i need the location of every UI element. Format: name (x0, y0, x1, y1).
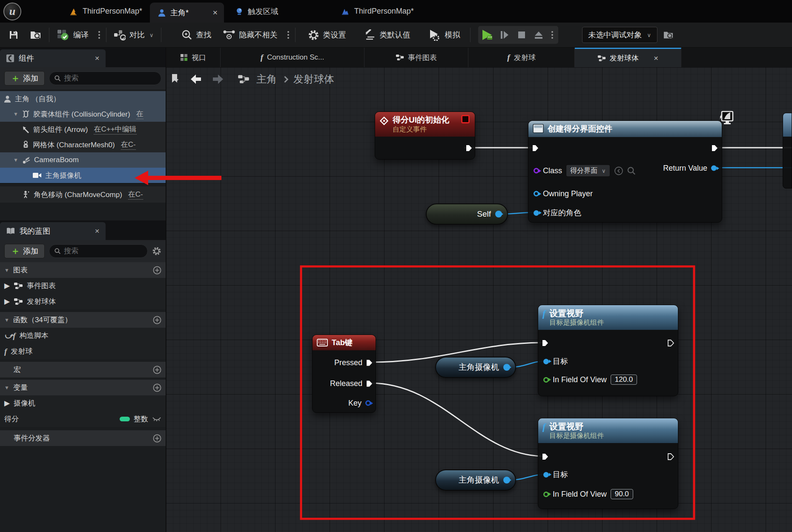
back-arrow-icon[interactable] (189, 74, 204, 85)
tab-construction-script[interactable]: f Construction Sc... (221, 48, 364, 67)
add-graph-icon[interactable] (153, 266, 161, 275)
tab-event-graph[interactable]: 事件图表 (364, 48, 468, 67)
add-function-icon[interactable] (153, 316, 161, 324)
browse-asset-button[interactable] (24, 23, 47, 47)
close-icon[interactable]: ✕ (95, 55, 100, 62)
use-selected-icon[interactable] (614, 166, 623, 175)
my-blueprint-add-button[interactable]: ＋ 添加 (4, 244, 45, 258)
key-pin-row[interactable]: Key (348, 399, 371, 408)
forward-arrow-icon[interactable] (210, 74, 225, 85)
play-options-kebab[interactable] (547, 31, 557, 39)
owner-character-pin[interactable] (534, 210, 539, 216)
dispatchers-section-header[interactable]: 事件分发器 (0, 430, 166, 446)
node-partially-offscreen[interactable] (783, 113, 792, 189)
find-button[interactable]: 查找 (176, 23, 217, 47)
collapse-arrow-icon[interactable]: ▼ (4, 385, 9, 391)
node-create-score-widget[interactable]: 创建得分界面控件 Class 得分界面 ∨ Return Value (528, 120, 722, 223)
compile-options-kebab[interactable] (94, 31, 104, 39)
exec-in-pin[interactable] (532, 145, 539, 152)
component-row-main-camera[interactable]: 主角摄像机 (0, 168, 166, 183)
exec-in-pin[interactable] (542, 453, 548, 460)
hide-unrelated-button[interactable]: 隐藏不相关 (217, 23, 283, 47)
frame-skip-button[interactable] (496, 27, 513, 43)
exec-out-pin[interactable] (712, 145, 718, 152)
owner-character-pin-row[interactable]: 对应的角色 (534, 208, 581, 218)
node-set-fov-120[interactable]: f 设置视野 目标是摄像机组件 目标 In Field Of View 120.… (538, 305, 678, 396)
variable-item-score[interactable]: 得分 整数 (0, 411, 166, 427)
settings-gear-icon[interactable] (152, 246, 161, 256)
component-row-mesh[interactable]: 网格体 (CharacterMesh0) 在C- (0, 137, 166, 152)
close-icon[interactable]: ✕ (95, 228, 100, 235)
key-pin[interactable] (365, 400, 371, 406)
expand-arrow-icon[interactable]: ▶ (4, 297, 10, 306)
tab-launch-ball[interactable]: f 发射球 (468, 48, 575, 67)
asset-tab-thirdpersonmap-1[interactable]: ThirdPersonMap* (61, 0, 150, 23)
expand-arrow-icon[interactable]: ▶ (4, 399, 10, 408)
variables-section-header[interactable]: ▼ 变量 (0, 380, 166, 395)
owning-player-pin[interactable] (534, 191, 539, 197)
asset-tab-trigger-zone[interactable]: 触发区域 (227, 0, 286, 23)
exec-out-pin[interactable] (668, 340, 674, 346)
pressed-pin-row[interactable]: Pressed (334, 358, 373, 367)
components-add-button[interactable]: ＋ 添加 (4, 71, 45, 86)
component-row-capsule[interactable]: ▼ 胶囊体组件 (CollisionCylinder) 在 (0, 106, 166, 122)
stop-button[interactable] (513, 27, 530, 43)
macros-section-header[interactable]: 宏 (0, 362, 166, 378)
asset-tab-thirdpersonmap-2[interactable]: ThirdPersonMap* (333, 0, 422, 23)
hide-unrelated-kebab[interactable] (283, 31, 293, 39)
graphs-section-header[interactable]: ▼ 图表 (0, 262, 166, 278)
collapse-arrow-icon[interactable]: ▼ (4, 317, 9, 323)
diff-button[interactable]: 对比 ∨ (108, 23, 159, 47)
bookmark-icon[interactable] (169, 73, 182, 86)
graph-item-launch-sphere[interactable]: ▶ 发射球体 (0, 294, 166, 309)
collapse-arrow-icon[interactable]: ▼ (4, 267, 9, 273)
eye-closed-icon[interactable] (152, 417, 161, 422)
class-pin-row[interactable]: Class 得分界面 ∨ (534, 165, 636, 177)
component-row-cameraboom[interactable]: ▼ CameraBoom (0, 152, 166, 168)
components-search[interactable] (49, 72, 161, 85)
target-pin[interactable] (543, 359, 549, 364)
function-item-construction-script[interactable]: ⤻f 构造脚本 (0, 328, 166, 343)
exec-out-pin[interactable] (466, 145, 472, 152)
function-item-launch-ball[interactable]: f 发射球 (0, 343, 166, 359)
fov-value-input[interactable]: 90.0 (611, 489, 633, 499)
target-pin-row[interactable]: 目标 (543, 469, 568, 480)
node-self-reference[interactable]: Self (426, 203, 508, 225)
browse-debug-button[interactable] (657, 23, 680, 47)
owning-player-pin-row[interactable]: Owning Player (534, 189, 593, 198)
component-row-arrow[interactable]: 箭头组件 (Arrow) 在C++中编辑 (0, 122, 166, 137)
event-enabled-indicator[interactable] (461, 115, 470, 123)
component-row-charmove[interactable]: 角色移动 (CharMoveComp) 在C- (0, 186, 166, 203)
expand-arrow-icon[interactable]: ▶ (4, 281, 10, 290)
return-value-pin[interactable] (711, 166, 717, 171)
node-score-ui-init-event[interactable]: 得分UI的初始化 自定义事件 (375, 112, 475, 160)
class-settings-button[interactable]: 类设置 (302, 23, 352, 47)
tab-launch-sphere[interactable]: 发射球体 ✕ (575, 48, 681, 67)
target-pin[interactable] (543, 472, 549, 478)
add-macro-icon[interactable] (153, 366, 161, 374)
edit-in-cpp-link[interactable]: 在C- (128, 189, 143, 200)
close-icon[interactable]: ✕ (654, 55, 659, 62)
eject-button[interactable] (530, 27, 547, 43)
exec-out-pin[interactable] (668, 453, 674, 460)
play-button[interactable] (479, 27, 496, 43)
my-blueprint-tab[interactable]: 我的蓝图 ✕ (0, 222, 106, 240)
simulate-button[interactable]: 模拟 (423, 23, 466, 47)
add-dispatcher-icon[interactable] (153, 434, 161, 443)
node-set-fov-90[interactable]: f 设置视野 目标是摄像机组件 目标 In Field Of View 90.0 (538, 418, 678, 509)
fov-pin[interactable] (543, 492, 549, 497)
breadcrumb-current[interactable]: 发射球体 (293, 72, 334, 86)
fov-pin-row[interactable]: In Field Of View 90.0 (543, 489, 633, 499)
components-panel-tab[interactable]: 组件 ✕ (0, 49, 106, 67)
my-blueprint-search-input[interactable] (64, 247, 142, 255)
target-pin-row[interactable]: 目标 (543, 356, 568, 366)
browse-icon[interactable] (627, 166, 636, 175)
graph-item-event-graph[interactable]: ▶ 事件图表 (0, 278, 166, 294)
fov-pin-row[interactable]: In Field Of View 120.0 (543, 375, 637, 385)
tab-viewport[interactable]: 视口 (166, 48, 221, 67)
fov-value-input[interactable]: 120.0 (611, 375, 637, 385)
node-tab-key-event[interactable]: Tab键 Pressed Released Key (312, 335, 376, 413)
fov-pin[interactable] (543, 377, 549, 383)
breadcrumb-root[interactable]: 主角 (256, 72, 277, 86)
class-pin[interactable] (534, 168, 539, 174)
